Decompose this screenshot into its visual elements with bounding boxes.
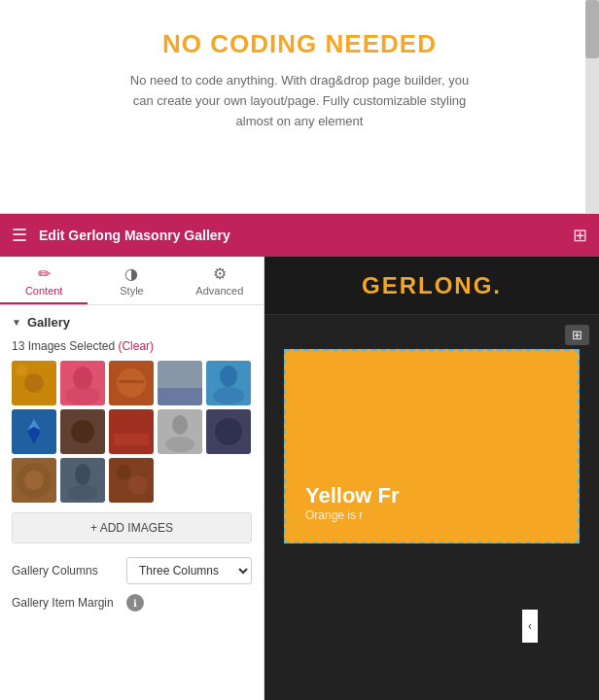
svg-rect-10 — [158, 388, 202, 405]
gerlong-header: GERLONG. — [264, 257, 599, 315]
hero-title-orange: NEEDED — [326, 29, 437, 58]
hero-title-black: NO CODING — [162, 29, 325, 58]
svg-point-14 — [213, 387, 244, 404]
left-panel: ✏ Content ◑ Style ⚙ Advanced ▼ Gallery 1… — [0, 257, 264, 700]
gallery-columns-field: Gallery Columns One Column Two Columns T… — [12, 557, 252, 584]
image-thumb-2[interactable] — [60, 361, 105, 405]
image-thumb-7[interactable] — [60, 409, 105, 454]
margin-info-icon[interactable]: ℹ — [126, 594, 144, 612]
columns-label: Gallery Columns — [12, 564, 119, 578]
hero-description: No need to code anything. With drag&drop… — [124, 71, 475, 131]
add-images-button[interactable]: + ADD IMAGES — [12, 512, 252, 543]
image-thumb-12[interactable] — [60, 458, 105, 503]
image-thumb-11[interactable] — [12, 458, 56, 503]
svg-rect-8 — [119, 380, 144, 383]
logo-text: GERLONG — [362, 272, 493, 298]
svg-point-23 — [165, 437, 194, 452]
svg-point-22 — [172, 415, 188, 435]
tab-style[interactable]: ◑ Style — [88, 257, 175, 304]
tab-content-label: Content — [25, 285, 63, 297]
content-area: ⊞ Yellow Fr Orange is r — [264, 315, 599, 553]
editor-bar: ☰ Edit Gerlong Masonry Gallery ⊞ — [0, 214, 599, 257]
logo-dot: . — [493, 272, 502, 298]
orange-block-content: Yellow Fr Orange is r — [305, 483, 578, 522]
gallery-margin-field: Gallery Item Margin ℹ — [12, 594, 252, 612]
image-grid — [12, 361, 252, 503]
svg-rect-11 — [158, 361, 202, 388]
grid-icon[interactable]: ⊞ — [573, 225, 587, 246]
tabs-bar: ✏ Content ◑ Style ⚙ Advanced — [0, 257, 264, 305]
svg-point-33 — [116, 465, 131, 480]
svg-point-17 — [71, 420, 94, 443]
section-arrow-icon: ▼ — [12, 317, 21, 328]
section-header: ▼ Gallery — [12, 315, 252, 330]
svg-point-13 — [220, 366, 237, 387]
svg-point-31 — [68, 485, 97, 501]
resize-handle-icon[interactable]: ⊞ — [565, 325, 589, 345]
tab-style-label: Style — [120, 285, 143, 297]
hero-section: NO CODING NEEDED No need to code anythin… — [0, 0, 599, 214]
image-thumb-9[interactable] — [158, 409, 202, 454]
content-tab-icon: ✏ — [38, 264, 51, 283]
editor-bar-title: Edit Gerlong Masonry Gallery — [39, 228, 561, 243]
image-thumb-4[interactable] — [158, 361, 202, 405]
orange-block: Yellow Fr Orange is r — [284, 349, 580, 543]
gallery-section: ▼ Gallery 13 Images Selected (Clear) — [0, 305, 264, 627]
margin-label: Gallery Item Margin — [12, 596, 119, 610]
svg-rect-18 — [109, 409, 154, 454]
main-layout: ✏ Content ◑ Style ⚙ Advanced ▼ Gallery 1… — [0, 257, 599, 700]
advanced-tab-icon: ⚙ — [213, 264, 227, 283]
image-thumb-1[interactable] — [12, 361, 56, 405]
image-thumb-5[interactable] — [206, 361, 251, 405]
orange-title: Yellow Fr — [305, 483, 578, 508]
svg-rect-19 — [114, 434, 149, 445]
gerlong-logo: GERLONG. — [362, 272, 502, 299]
section-title: Gallery — [27, 315, 70, 330]
tab-content[interactable]: ✏ Content — [0, 257, 88, 304]
tab-advanced-label: Advanced — [195, 285, 243, 297]
image-thumb-3[interactable] — [109, 361, 154, 405]
hero-title: NO CODING NEEDED — [58, 29, 541, 59]
svg-point-34 — [128, 475, 148, 495]
style-tab-icon: ◑ — [124, 264, 138, 283]
orange-subtitle: Orange is r — [305, 508, 578, 522]
svg-point-5 — [65, 386, 100, 405]
right-panel: GERLONG. ⊞ Yellow Fr Orange is r ‹ — [264, 257, 599, 700]
columns-select[interactable]: One Column Two Columns Three Columns Fou… — [126, 557, 252, 584]
image-thumb-10[interactable] — [206, 409, 251, 454]
images-selected-text: 13 Images Selected (Clear) — [12, 339, 252, 353]
svg-point-1 — [24, 373, 44, 393]
svg-point-28 — [24, 471, 44, 490]
svg-point-30 — [75, 464, 90, 485]
nav-arrow[interactable]: ‹ — [522, 610, 538, 643]
image-thumb-8[interactable] — [109, 409, 154, 454]
tab-advanced[interactable]: ⚙ Advanced — [176, 257, 264, 304]
clear-link[interactable]: (Clear) — [118, 339, 154, 353]
image-thumb-6[interactable] — [12, 409, 56, 454]
hero-scrollbar-thumb — [585, 0, 599, 58]
image-thumb-13[interactable] — [109, 458, 154, 503]
hamburger-icon[interactable]: ☰ — [12, 225, 27, 246]
svg-point-25 — [215, 418, 242, 445]
svg-point-2 — [16, 365, 27, 376]
hero-scrollbar[interactable] — [585, 0, 599, 213]
